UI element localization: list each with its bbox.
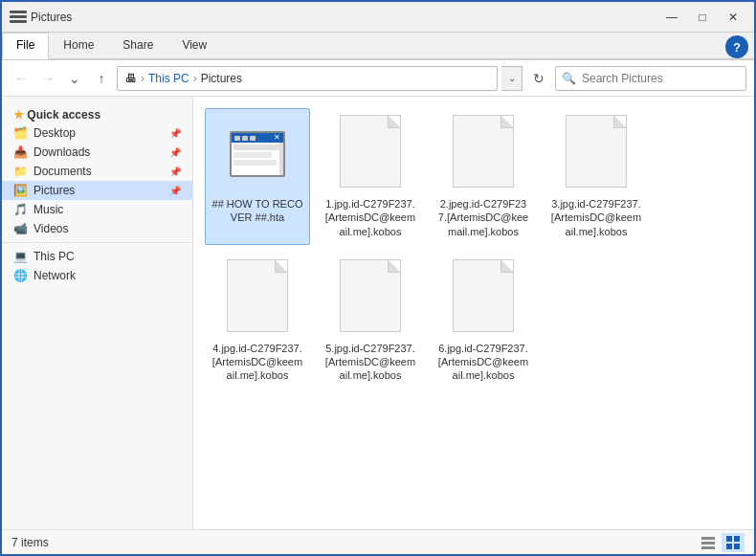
help-button[interactable]: ? [725, 35, 748, 58]
breadcrumb-icon: 🖶 [125, 72, 137, 85]
sidebar-item-desktop[interactable]: 🗂️ Desktop 📌 [2, 123, 192, 143]
sidebar-item-videos-label: Videos [33, 222, 181, 235]
file-page-2 [453, 115, 514, 188]
folder-download-icon: 📥 [13, 145, 28, 159]
file-icon-2 [450, 115, 517, 193]
file-name-4: 4.jpg.id-C279F237.[ArtemisDC@keemail.me]… [211, 342, 303, 383]
pin-icon-desktop: 📌 [169, 128, 181, 139]
pin-icon-documents: 📌 [169, 167, 181, 177]
file-name-hta: ## HOW TO RECOVER ##.hta [211, 197, 303, 225]
file-item-1[interactable]: 1.jpg.id-C279F237.[ArtemisDC@keemail.me]… [318, 108, 423, 245]
hta-titlebar: ✕ [232, 133, 283, 143]
sidebar-item-downloads[interactable]: 📥 Downloads 📌 [2, 143, 192, 162]
file-icon-5 [337, 259, 404, 338]
window-title: Pictures [31, 11, 658, 24]
list-view-icon [700, 535, 716, 550]
file-name-3: 3.jpg.id-C279F237.[ArtemisDC@keemail.me]… [550, 197, 642, 238]
svg-rect-2 [701, 546, 715, 549]
sidebar-item-videos[interactable]: 📹 Videos [2, 219, 192, 238]
network-icon: 🌐 [13, 269, 28, 282]
minimize-button[interactable]: — [658, 8, 685, 27]
file-item-6[interactable]: 6.jpg.id-C279F237.[ArtemisDC@keemail.me]… [431, 253, 536, 389]
tab-home[interactable]: Home [49, 33, 108, 59]
svg-rect-3 [726, 536, 732, 542]
file-item-5[interactable]: 5.jpg.id-C279F237.[ArtemisDC@keemail.me]… [318, 253, 423, 389]
sidebar-item-documents[interactable]: 📁 Documents 📌 [2, 162, 192, 181]
title-bar-icon [10, 11, 27, 24]
search-box[interactable]: 🔍 [555, 66, 746, 91]
back-button[interactable]: ← [10, 67, 33, 90]
sidebar-item-this-pc[interactable]: 💻 This PC [2, 247, 192, 266]
window-controls: — □ ✕ [658, 8, 746, 27]
pc-icon: 💻 [13, 250, 28, 263]
file-page-1 [340, 115, 401, 188]
sidebar-item-this-pc-label: This PC [33, 250, 181, 263]
file-area: ✕ ## HOW TO RECOVER ##.hta [193, 97, 754, 529]
main-content: ★ Quick access 🗂️ Desktop 📌 📥 Downloads … [2, 97, 754, 529]
file-item-3[interactable]: 3.jpg.id-C279F237.[ArtemisDC@keemail.me]… [544, 108, 649, 245]
file-item-2[interactable]: 2.jpeg.id-C279F237.[ArtemisDC@keemail.me… [431, 108, 536, 245]
search-input[interactable] [582, 72, 725, 85]
ribbon: File Home Share View ? [2, 33, 754, 60]
svg-rect-1 [701, 542, 715, 545]
dropdown-nav-button[interactable]: ⌄ [63, 67, 86, 90]
sidebar-item-pictures-label: Pictures [33, 184, 162, 197]
hta-icon: ✕ [224, 115, 291, 193]
svg-rect-4 [734, 536, 740, 542]
svg-rect-6 [734, 544, 740, 549]
view-buttons [697, 533, 745, 552]
title-bar: Pictures — □ ✕ [2, 2, 754, 33]
refresh-button[interactable]: ↻ [526, 66, 551, 91]
file-page-5 [340, 259, 401, 332]
svg-rect-0 [701, 537, 715, 540]
files-grid: ✕ ## HOW TO RECOVER ##.hta [205, 108, 743, 389]
up-button[interactable]: ↑ [90, 67, 113, 90]
sidebar-item-music[interactable]: 🎵 Music [2, 200, 192, 219]
close-button[interactable]: ✕ [720, 8, 746, 27]
large-icons-view-button[interactable] [722, 533, 745, 552]
sidebar-item-network[interactable]: 🌐 Network [2, 266, 192, 285]
tab-view[interactable]: View [167, 33, 221, 59]
pin-icon-pictures: 📌 [169, 186, 181, 196]
file-name-2: 2.jpeg.id-C279F237.[ArtemisDC@keemail.me… [437, 197, 529, 238]
breadcrumb-sep1: › [141, 72, 145, 85]
breadcrumb-pictures: Pictures [201, 72, 242, 85]
file-item-4[interactable]: 4.jpg.id-C279F237.[ArtemisDC@keemail.me]… [205, 253, 310, 389]
quick-access-section: ★ Quick access 🗂️ Desktop 📌 📥 Downloads … [2, 104, 192, 238]
folder-icon: 🗂️ [13, 126, 28, 140]
breadcrumb-sep2: › [193, 72, 197, 85]
search-icon: 🔍 [556, 72, 582, 85]
tab-share[interactable]: Share [108, 33, 167, 59]
breadcrumb-dropdown-button[interactable]: ⌄ [501, 66, 523, 91]
status-bar: 7 items [2, 529, 754, 554]
item-count: 7 items [11, 536, 49, 549]
file-name-1: 1.jpg.id-C279F237.[ArtemisDC@keemail.me]… [324, 197, 416, 238]
sidebar-item-desktop-label: Desktop [33, 126, 162, 140]
svg-rect-5 [726, 544, 732, 549]
file-icon-3 [563, 115, 630, 193]
forward-button[interactable]: → [36, 67, 59, 90]
sidebar: ★ Quick access 🗂️ Desktop 📌 📥 Downloads … [2, 97, 193, 529]
folder-pictures-icon: 🖼️ [13, 184, 28, 197]
quick-access-header: ★ Quick access [2, 104, 192, 123]
sidebar-item-documents-label: Documents [33, 165, 162, 178]
sidebar-item-downloads-label: Downloads [33, 145, 162, 159]
maximize-button[interactable]: □ [689, 8, 716, 27]
file-icon-1 [337, 115, 404, 193]
ribbon-tabs: File Home Share View ? [2, 33, 754, 59]
sidebar-item-pictures[interactable]: 🖼️ Pictures 📌 [2, 181, 192, 200]
list-view-button[interactable] [697, 533, 720, 552]
breadcrumb-this-pc[interactable]: This PC [148, 72, 189, 85]
file-item-hta[interactable]: ✕ ## HOW TO RECOVER ##.hta [205, 108, 310, 245]
star-icon: ★ [13, 108, 24, 122]
sidebar-item-network-label: Network [33, 269, 181, 282]
file-page-6 [453, 259, 514, 332]
file-page-4 [227, 259, 288, 332]
folder-music-icon: 🎵 [13, 203, 28, 216]
address-bar: ← → ⌄ ↑ 🖶 › This PC › Pictures ⌄ ↻ 🔍 [2, 60, 754, 97]
hta-window-preview: ✕ [230, 131, 285, 177]
file-icon-6 [450, 259, 517, 338]
tab-file[interactable]: File [2, 33, 49, 59]
pin-icon-downloads: 📌 [169, 147, 181, 158]
file-page-3 [566, 115, 627, 188]
